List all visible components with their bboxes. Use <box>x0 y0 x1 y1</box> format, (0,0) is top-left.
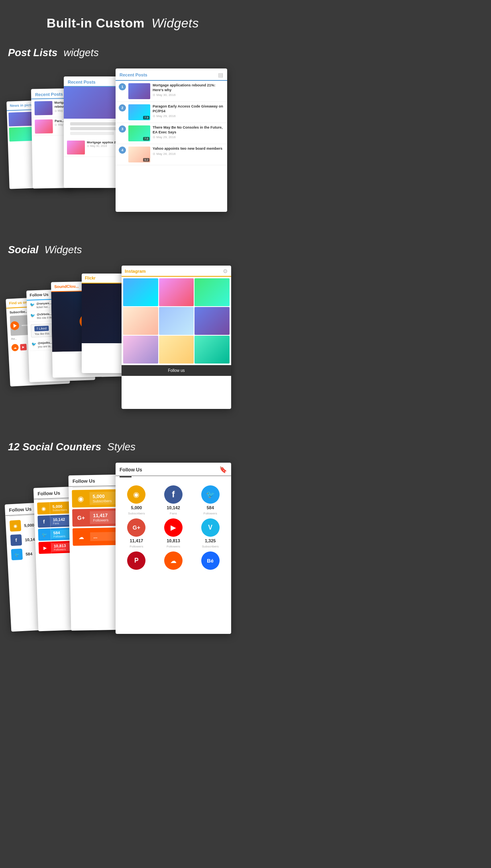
twitter-bird-icon: 🐦 <box>30 302 35 307</box>
counter-label-rss: Subscribers <box>128 512 145 515</box>
fb-like-btn[interactable]: f Liked <box>34 326 49 331</box>
tw-icon-sm2: 🐦 <box>11 549 23 560</box>
post-lists-subtitle: widgets <box>63 47 98 59</box>
insta-cell-3 <box>194 278 230 306</box>
fb-strip-icon: f <box>37 515 51 528</box>
counter-tile-sc: ☁ <box>157 551 191 573</box>
post-content-3: There May Be No Consoles in the Future, … <box>153 125 224 139</box>
counter-tile-vi: V 1,325 Subscribers <box>193 518 227 548</box>
bookmark-icon: 🔖 <box>219 466 227 473</box>
post-item-row-4: 4 9.2 Yahoo appoints two new board membe… <box>116 144 227 165</box>
counter-num-rss: 5,000 <box>131 505 142 510</box>
card4-header-title: Recent Posts <box>120 72 147 77</box>
counter-label-vi: Subscribers <box>202 545 219 548</box>
post-title-2: Paragon Early Access Code Giveaway on PC… <box>153 104 224 113</box>
counter-label-gp: Followers <box>130 545 143 548</box>
post-list-widget-stack: News in picture Recent Posts Mortgage ap… <box>8 68 238 220</box>
counter-tile-fb: f 10,142 Fans <box>157 485 191 515</box>
counter-card-main: Follow Us 🔖 ◉ 5,000 Subscribers f 10,142… <box>116 463 231 634</box>
counter-title-3: Follow Us <box>73 478 95 484</box>
counter-title-1: Follow Us <box>9 506 31 513</box>
social-counters-section: 12 Social Counters Styles Follow Us ◉ 5,… <box>0 437 246 678</box>
post-item-row-3: 3 7.6 There May Be No Consoles in the Fu… <box>116 123 227 144</box>
tweet-text-3: @mjwilts... you are ta... <box>38 341 53 348</box>
insta-cell-7 <box>123 336 158 364</box>
post-date-4: ⊙ May 28, 2016 <box>153 152 224 156</box>
counter-circle-gp: G+ <box>127 518 145 537</box>
counter-circle-grid: ◉ 5,000 Subscribers f 10,142 Fans 🐦 584 … <box>116 481 231 577</box>
insta-cell-2 <box>159 278 194 306</box>
post-thumb-3: 7.6 <box>128 125 150 141</box>
post-num-2: 2 <box>119 104 126 111</box>
counter-num-vi: 1,325 <box>205 538 216 543</box>
post-lists-section: Post Lists widgets News in picture Recen… <box>0 43 246 240</box>
counter-label-tw: Followers <box>204 512 217 515</box>
counter-tile-pi: P <box>120 551 153 573</box>
instagram-settings-icon: ⚙ <box>223 268 228 274</box>
page-title-italic: Widgets <box>151 16 199 30</box>
counter-title-2: Follow Us <box>37 490 60 497</box>
insta-cell-9 <box>194 336 230 364</box>
post-num-3: 3 <box>119 125 126 133</box>
social-widgets-section: Social Widgets Find us on F... Subscribe… <box>0 240 246 437</box>
counters-widget-stack: Follow Us ◉ 5,000 Subscribers f 10,14...… <box>8 463 238 662</box>
counter-circle-fb: f <box>164 485 183 504</box>
score-badge-3: 7.6 <box>143 137 149 141</box>
instagram-title: Instagram <box>125 269 146 274</box>
post-thumb-1 <box>128 83 150 99</box>
post-thumb <box>67 141 85 154</box>
post-title-3: There May Be No Consoles in the Future, … <box>153 125 224 135</box>
tweet-handle-1: @ranyare... <box>36 302 51 305</box>
insta-cell-4 <box>123 307 158 335</box>
post-lists-title: Post Lists widgets <box>8 47 238 59</box>
insta-cell-5 <box>159 307 194 335</box>
counter-tile-gp: G+ 11,417 Followers <box>120 518 153 548</box>
social-counters-subtitle: Styles <box>107 441 136 453</box>
post-num-4: 4 <box>119 147 126 154</box>
counter-num-yt: 10,813 <box>167 538 180 543</box>
tw-strip-icon: 🐦 <box>38 528 51 541</box>
social-widget-stack: Find us on F... Subscribe... Aw... ☁ ▶ <box>8 266 238 417</box>
post-item-row-1: 1 Mortgage applications rebound 21%: Her… <box>116 81 227 102</box>
counter-circle-sc: ☁ <box>164 551 183 570</box>
card4-icon: ▤ <box>218 72 223 78</box>
counter-num-fb: 10,142 <box>167 505 180 510</box>
post-num-1: 1 <box>119 83 126 90</box>
score-badge-2: 7.9 <box>143 116 149 119</box>
social-widgets-subtitle: Widgets <box>45 244 82 256</box>
page-title: Built-in Custom Widgets <box>8 16 238 31</box>
counter-label-yt: Followers <box>167 545 180 548</box>
tweet-text-1: @ranyare... ticket her... <box>36 301 52 309</box>
counter-num-gp: 11,417 <box>130 538 143 543</box>
card3-text-line <box>70 132 114 135</box>
instagram-follow-button[interactable]: Follow us <box>122 365 231 376</box>
insta-cell-1 <box>123 278 158 306</box>
post-content-4: Yahoo appoints two new board members ⊙ M… <box>153 147 224 156</box>
counter-label-fb: Fans <box>170 512 177 515</box>
gp-lg-icon: G+ <box>72 509 90 527</box>
yt-icon-sm: ▶ <box>20 344 27 351</box>
insta-cell-8 <box>159 336 194 364</box>
play-icon <box>10 321 19 330</box>
fb-icon-sm2: f <box>10 534 22 546</box>
social-widgets-title: Social Widgets <box>8 244 238 256</box>
post-thumb-4: 9.2 <box>128 147 150 162</box>
post-thumb <box>35 119 53 134</box>
tweet-handle-2: @v3rbola... <box>37 313 52 316</box>
yt-strip-icon: ▶ <box>39 542 52 554</box>
post-thumb-2: 7.9 <box>128 104 150 120</box>
counter-circle-rss: ◉ <box>127 485 145 504</box>
post-content-2: Paragon Early Access Code Giveaway on PC… <box>153 104 224 118</box>
soundcloud-icon: ☁ <box>11 344 19 352</box>
tweet-handle-3: @mjwilts... <box>38 341 53 344</box>
twitter-bird-icon-2: 🐦 <box>30 313 35 317</box>
social-counters-title: 12 Social Counters Styles <box>8 441 238 453</box>
counter-title-main: Follow Us <box>120 467 142 473</box>
post-title-1: Mortgage applications rebound 21%: Here'… <box>153 83 224 92</box>
instagram-grid <box>122 277 231 365</box>
post-list-card-4: Recent Posts ▤ 1 Mortgage applications r… <box>116 68 227 212</box>
post-content-1: Mortgage applications rebound 21%: Here'… <box>153 83 224 97</box>
twitter-bird-icon-3: 🐦 <box>31 342 36 346</box>
instagram-header: Instagram ⚙ <box>122 266 231 277</box>
post-date-3: ⊙ May 29, 2016 <box>153 135 224 139</box>
